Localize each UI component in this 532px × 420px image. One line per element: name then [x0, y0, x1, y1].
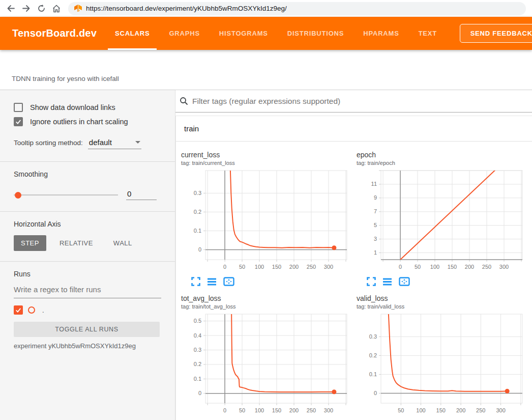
scalars-main-panel: train current_loss tag: train/current_lo… — [175, 90, 532, 420]
experiment-title: TDNN training for yesno with icefall — [12, 75, 119, 82]
tab-graphs[interactable]: GRAPHS — [162, 17, 206, 50]
back-icon[interactable] — [4, 2, 17, 15]
chart-title: epoch — [357, 151, 532, 159]
svg-text:0.3: 0.3 — [194, 190, 201, 196]
expand-chart-icon[interactable] — [191, 277, 200, 286]
svg-text:0: 0 — [374, 390, 377, 396]
svg-text:0.2: 0.2 — [194, 361, 201, 367]
svg-text:0.2: 0.2 — [369, 352, 377, 358]
svg-text:200: 200 — [456, 407, 465, 413]
check-icon — [15, 306, 22, 314]
axis-relative-button[interactable]: RELATIVE — [52, 235, 100, 251]
chart-valid-loss: valid_loss tag: train/valid_loss 5010015… — [357, 294, 532, 420]
chevron-down-icon — [135, 141, 140, 144]
svg-text:0: 0 — [198, 390, 201, 396]
show-download-links-row[interactable]: Show data download links — [14, 103, 161, 112]
svg-text:200: 200 — [289, 407, 299, 413]
tab-hparams[interactable]: HPARAMS — [356, 17, 406, 50]
slider-track — [14, 194, 118, 195]
run-checkbox[interactable] — [14, 305, 23, 315]
axis-step-button[interactable]: STEP — [14, 235, 46, 251]
line-chart[interactable]: 0501001502002503001357911 — [357, 169, 526, 272]
chart-tag: tag: train/current_loss — [181, 160, 357, 166]
tooltip-sorting-label: Tooltip sorting method: — [14, 139, 83, 147]
svg-text:150: 150 — [436, 407, 446, 413]
svg-text:250: 250 — [307, 264, 316, 270]
horizontal-axis-label: Horizontal Axis — [14, 220, 161, 228]
tooltip-sorting-select[interactable]: default — [88, 137, 141, 149]
send-feedback-button[interactable]: SEND FEEDBACK — [460, 24, 532, 43]
svg-text:100: 100 — [255, 264, 264, 270]
svg-text:1: 1 — [374, 249, 377, 256]
slider-thumb[interactable] — [15, 192, 21, 199]
ignore-outliers-label: Ignore outliers in chart scaling — [30, 118, 128, 126]
fit-domain-icon[interactable] — [223, 277, 234, 286]
runs-filter-input[interactable] — [14, 278, 161, 298]
line-chart[interactable]: 5010015020025030000.10.20.3 — [357, 313, 526, 415]
svg-text:0.1: 0.1 — [194, 376, 201, 382]
browser-chrome: https://tensorboard.dev/experiment/yKUbh… — [0, 0, 532, 17]
fit-domain-icon[interactable] — [399, 277, 410, 286]
log-scale-icon[interactable] — [207, 277, 217, 286]
chart-title: current_loss — [181, 151, 357, 159]
svg-text:0: 0 — [223, 407, 226, 413]
chart-tag: tag: train/epoch — [357, 160, 532, 166]
tab-scalars[interactable]: SCALARS — [108, 17, 157, 50]
svg-text:3: 3 — [374, 236, 377, 242]
smoothing-value-input[interactable]: 0 — [126, 189, 157, 200]
svg-text:250: 250 — [482, 264, 491, 270]
axis-wall-button[interactable]: WALL — [106, 235, 139, 251]
svg-text:0.1: 0.1 — [369, 371, 377, 377]
tab-distributions[interactable]: DISTRIBUTIONS — [280, 17, 351, 50]
svg-text:0: 0 — [198, 246, 201, 253]
line-chart[interactable]: 05010015020025030000.10.20.30.40.5 — [181, 313, 351, 415]
toggle-all-runs-button[interactable]: TOGGLE ALL RUNS — [14, 322, 160, 337]
url-text: https://tensorboard.dev/experiment/yKUbh… — [86, 5, 287, 12]
chart-tag: tag: train/tot_avg_loss — [181, 303, 357, 310]
svg-text:100: 100 — [430, 264, 439, 270]
reload-icon[interactable] — [35, 2, 48, 15]
search-icon — [180, 97, 188, 105]
section-header[interactable]: train — [176, 116, 532, 142]
run-color-swatch — [28, 306, 35, 314]
log-scale-icon[interactable] — [382, 277, 392, 286]
chart-epoch: epoch tag: train/epoch 05010015020025030… — [357, 151, 532, 286]
svg-text:300: 300 — [324, 264, 333, 270]
svg-text:0: 0 — [399, 264, 402, 270]
chart-tag: tag: train/valid_loss — [357, 303, 532, 310]
svg-text:150: 150 — [272, 264, 281, 270]
home-icon[interactable] — [50, 2, 63, 15]
tab-histograms[interactable]: HISTOGRAMS — [212, 17, 275, 50]
run-list-item[interactable]: . — [14, 305, 161, 315]
train-section-card: train current_loss tag: train/current_lo… — [175, 116, 532, 420]
forward-icon[interactable] — [19, 2, 33, 15]
url-bar[interactable]: https://tensorboard.dev/experiment/yKUbh… — [68, 2, 526, 15]
svg-text:0.3: 0.3 — [369, 333, 377, 340]
svg-text:300: 300 — [324, 407, 333, 413]
svg-text:250: 250 — [476, 407, 485, 413]
svg-text:50: 50 — [415, 264, 421, 270]
tag-filter-input[interactable] — [192, 97, 532, 106]
ignore-outliers-row[interactable]: Ignore outliers in chart scaling — [14, 117, 161, 126]
svg-text:300: 300 — [496, 407, 505, 413]
experiment-title-band: TDNN training for yesno with icefall — [0, 50, 532, 90]
expand-chart-icon[interactable] — [367, 277, 376, 286]
show-download-links-checkbox[interactable] — [14, 103, 23, 112]
section-title: train — [184, 124, 199, 133]
ignore-outliers-checkbox[interactable] — [14, 117, 23, 126]
svg-text:0.4: 0.4 — [194, 332, 201, 339]
tab-text[interactable]: TEXT — [411, 17, 444, 50]
svg-text:150: 150 — [272, 407, 281, 413]
tensorboard-favicon — [74, 5, 82, 12]
svg-text:0.2: 0.2 — [194, 209, 201, 215]
svg-text:150: 150 — [448, 264, 457, 270]
smoothing-slider[interactable] — [14, 191, 118, 199]
svg-text:250: 250 — [307, 407, 316, 413]
svg-text:100: 100 — [255, 407, 264, 413]
svg-text:200: 200 — [289, 264, 299, 270]
svg-text:100: 100 — [416, 407, 425, 413]
line-chart[interactable]: 05010015020025030000.10.20.3 — [181, 169, 351, 272]
svg-text:200: 200 — [465, 264, 474, 270]
smoothing-label: Smoothing — [14, 170, 161, 178]
charts-grid: current_loss tag: train/current_loss 050… — [176, 142, 532, 420]
